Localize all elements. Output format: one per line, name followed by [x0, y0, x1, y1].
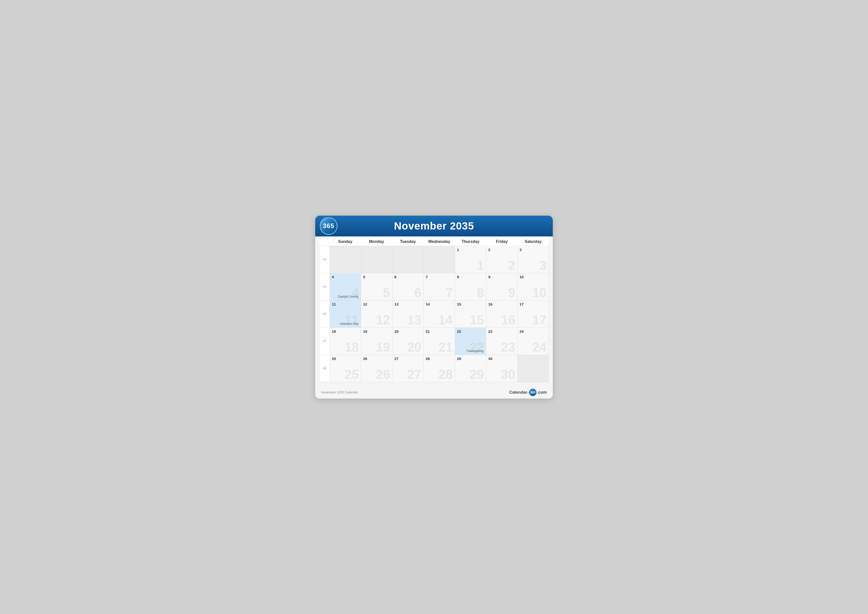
week-number-45: 45: [319, 273, 330, 300]
cal-cell-20[interactable]: 2020: [392, 328, 424, 355]
watermark-23: 23: [501, 341, 515, 354]
day-number-28: 28: [426, 356, 453, 361]
day-number-19: 19: [363, 329, 390, 334]
cal-cell-empty-0-1[interactable]: [361, 246, 392, 273]
cal-cell-16[interactable]: 1616: [486, 300, 518, 328]
day-number-16: 16: [488, 302, 515, 306]
week-number-44: 44: [319, 246, 330, 273]
day-number-27: 27: [394, 356, 422, 361]
cal-cell-empty-0-3[interactable]: [424, 246, 455, 273]
day-number-5: 5: [363, 275, 390, 279]
cal-cell-29[interactable]: 2929: [455, 355, 486, 382]
cal-cell-2[interactable]: 22: [486, 246, 518, 273]
cal-cell-26[interactable]: 2626: [361, 355, 392, 382]
cal-cell-25[interactable]: 2525: [330, 355, 361, 382]
day-header-wednesday: Wednesday: [424, 236, 455, 246]
watermark-18: 18: [345, 341, 359, 354]
cal-cell-11[interactable]: 1111Veterans' Day: [330, 300, 361, 328]
cal-cell-5[interactable]: 55: [361, 273, 392, 300]
footer-left-text: November 2035 Calendar: [321, 390, 358, 394]
day-number-7: 7: [426, 275, 453, 279]
day-number-22: 22: [457, 329, 484, 334]
cal-cell-8[interactable]: 88: [455, 273, 486, 300]
cal-cell-14[interactable]: 1414: [424, 300, 455, 328]
calendar-body: Sunday Monday Tuesday Wednesday Thursday…: [315, 236, 553, 386]
day-number-12: 12: [363, 302, 390, 306]
watermark-3: 3: [539, 259, 547, 272]
calendar-container: 365 November 2035 Sunday Monday Tuesday …: [315, 216, 553, 399]
footer-brand-circle: 365: [529, 389, 536, 396]
watermark-2: 2: [508, 259, 515, 272]
footer-brand: Calendar- 365 .com: [509, 389, 547, 396]
day-number-30: 30: [488, 356, 515, 361]
cal-cell-28[interactable]: 2828: [424, 355, 455, 382]
day-number-23: 23: [488, 329, 515, 334]
week-number-47: 47: [319, 328, 330, 355]
watermark-8: 8: [477, 286, 484, 299]
watermark-21: 21: [439, 341, 453, 354]
cal-cell-empty-4-6[interactable]: [518, 355, 549, 382]
watermark-5: 5: [383, 286, 390, 299]
cal-cell-17[interactable]: 1717: [518, 300, 549, 328]
day-number-10: 10: [519, 275, 547, 279]
event-label-4: Daylight Saving: [338, 295, 358, 298]
cal-cell-empty-0-2[interactable]: [392, 246, 424, 273]
watermark-1: 1: [477, 259, 484, 272]
cal-cell-13[interactable]: 1313: [392, 300, 424, 328]
day-header-saturday: Saturday: [518, 236, 549, 246]
cal-cell-12[interactable]: 1212: [361, 300, 392, 328]
cal-cell-7[interactable]: 77: [424, 273, 455, 300]
event-label-11: Veterans' Day: [340, 322, 358, 326]
cal-cell-10[interactable]: 1010: [518, 273, 549, 300]
calendar-title: November 2035: [394, 220, 474, 232]
footer-brand-text1: Calendar-: [509, 390, 529, 395]
cal-cell-27[interactable]: 2727: [392, 355, 424, 382]
watermark-27: 27: [407, 368, 422, 381]
watermark-7: 7: [446, 286, 453, 299]
watermark-24: 24: [532, 341, 547, 354]
week-num-header-spacer: [319, 236, 330, 246]
watermark-13: 13: [407, 314, 422, 326]
calendar-header: 365 November 2035: [315, 216, 553, 236]
watermark-17: 17: [532, 314, 547, 326]
watermark-25: 25: [345, 368, 359, 381]
cal-cell-30[interactable]: 3030: [486, 355, 518, 382]
day-headers: Sunday Monday Tuesday Wednesday Thursday…: [319, 236, 549, 246]
watermark-30: 30: [501, 368, 515, 381]
cal-cell-21[interactable]: 2121: [424, 328, 455, 355]
day-number-24: 24: [519, 329, 547, 334]
cal-cell-6[interactable]: 66: [392, 273, 424, 300]
day-number-6: 6: [394, 275, 422, 279]
logo-text: 365: [323, 222, 334, 230]
footer: November 2035 Calendar Calendar- 365 .co…: [315, 386, 553, 399]
day-header-friday: Friday: [486, 236, 518, 246]
watermark-16: 16: [501, 314, 515, 326]
cal-cell-15[interactable]: 1515: [455, 300, 486, 328]
day-number-8: 8: [457, 275, 484, 279]
week-number-48: 48: [319, 355, 330, 382]
day-number-13: 13: [394, 302, 422, 306]
day-number-4: 4: [332, 275, 359, 279]
event-label-22: Thanksgiving: [466, 349, 484, 353]
cal-cell-4[interactable]: 44Daylight Saving: [330, 273, 361, 300]
cal-cell-1[interactable]: 11: [455, 246, 486, 273]
day-number-9: 9: [488, 275, 515, 279]
cal-cell-9[interactable]: 99: [486, 273, 518, 300]
cal-cell-3[interactable]: 33: [518, 246, 549, 273]
cal-cell-24[interactable]: 2424: [518, 328, 549, 355]
day-number-3: 3: [519, 247, 547, 252]
day-number-21: 21: [426, 329, 453, 334]
watermark-6: 6: [414, 286, 422, 299]
watermark-29: 29: [470, 368, 484, 381]
day-number-29: 29: [457, 356, 484, 361]
cal-cell-23[interactable]: 2323: [486, 328, 518, 355]
watermark-12: 12: [376, 314, 390, 326]
day-number-2: 2: [488, 247, 515, 252]
cal-cell-18[interactable]: 1818: [330, 328, 361, 355]
day-number-25: 25: [332, 356, 359, 361]
cal-cell-empty-0-0[interactable]: [330, 246, 361, 273]
cal-cell-19[interactable]: 1919: [361, 328, 392, 355]
day-number-20: 20: [394, 329, 422, 334]
footer-brand-text2: .com: [537, 390, 547, 395]
cal-cell-22[interactable]: 2222Thanksgiving: [455, 328, 486, 355]
